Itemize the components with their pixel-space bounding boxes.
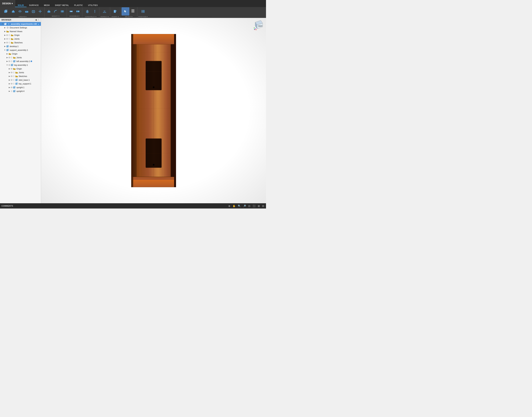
browser-item-joints3[interactable]: ▶Joints — [0, 71, 41, 74]
nav-cube[interactable]: RIGHT — [253, 20, 264, 31]
eye-origin3[interactable] — [10, 68, 13, 70]
eye-left-assembly[interactable] — [8, 60, 10, 63]
eye-origin[interactable] — [6, 34, 8, 36]
browser-item-left-assembly[interactable]: ▶left assembly:1 — [0, 59, 41, 63]
eye-sketches[interactable] — [6, 42, 8, 44]
tab-sheet_metal[interactable]: SHEET METAL — [52, 0, 71, 7]
eye-top-support[interactable] — [10, 83, 13, 85]
expand-upright4[interactable]: ▶ — [8, 90, 10, 92]
browser-item-origin2[interactable]: ▶Origin — [0, 52, 41, 56]
svg-point-71 — [11, 61, 12, 62]
browser-collapse-icon[interactable]: ◀ — [35, 19, 37, 21]
extrude-button[interactable] — [10, 8, 16, 15]
svg-rect-79 — [11, 64, 13, 66]
browser-item-doc-settings[interactable]: ▶Document Settings — [0, 26, 41, 30]
browser-item-sketches[interactable]: ▶Sketches — [0, 41, 41, 44]
browser-item-leg-assembly[interactable]: ▼leg assembly:1 — [0, 63, 41, 67]
type-icon-origin3 — [13, 67, 16, 70]
expand-origin3[interactable]: ▶ — [8, 68, 10, 70]
browser-item-top-support[interactable]: ▶top_support:1 — [0, 82, 41, 85]
eye-joints[interactable] — [6, 38, 8, 40]
ribbon-group-position: POSITION ▾ — [137, 7, 149, 18]
expand-joints2[interactable]: ▶ — [6, 56, 8, 59]
expand-leg-assembly[interactable]: ▼ — [6, 64, 8, 66]
position-button[interactable] — [139, 7, 147, 16]
browser-item-upright1[interactable]: ▶upright:1 — [0, 85, 41, 89]
measure-button[interactable] — [100, 7, 109, 16]
eye-sketches2[interactable] — [10, 75, 13, 77]
joint-button[interactable] — [68, 8, 74, 15]
browser-item-joints[interactable]: ▶Joints — [0, 37, 41, 41]
revolve-button[interactable] — [17, 8, 23, 15]
browser-more-icon[interactable]: ⋮ — [37, 19, 39, 21]
eye-joints3[interactable] — [10, 71, 13, 74]
select-option-button[interactable] — [130, 8, 136, 15]
expand-joints3[interactable]: ▶ — [8, 71, 10, 74]
tab-mesh[interactable]: MESH — [41, 0, 52, 7]
browser-item-upright4[interactable]: ▶upright:4 — [0, 89, 41, 93]
eye-leg-assembly[interactable] — [8, 64, 10, 66]
zoom-out-icon[interactable]: 🔎 — [243, 204, 246, 208]
label-doc-settings: Document Settings — [10, 27, 27, 29]
design-label: DESIGN — [2, 2, 11, 5]
browser-item-desktop1[interactable]: ▶desktop:1 — [0, 44, 41, 48]
orbit-control-icon[interactable]: ⊕ — [228, 204, 231, 208]
hole-button[interactable] — [23, 8, 30, 15]
root-item[interactable]: ▼ ● assembly experiments v32 ☁ — [0, 22, 41, 26]
zoom-control-icon[interactable]: 🔍 — [237, 204, 241, 208]
browser-item-sketches2[interactable]: ▶Sketches — [0, 74, 41, 78]
design-button[interactable]: DESIGN ▾ — [0, 0, 15, 7]
grid-icon[interactable]: ⊞ — [257, 204, 260, 208]
eye-joints2[interactable] — [8, 56, 10, 59]
expand-origin[interactable]: ▶ — [4, 34, 6, 36]
svg-point-47 — [9, 35, 10, 36]
view-options-icon[interactable]: ⊟ — [262, 204, 264, 208]
display-mode-icon[interactable]: ⬛ — [252, 204, 256, 208]
expand-sketches[interactable]: ▶ — [4, 42, 6, 44]
type-icon-sled-base — [15, 79, 18, 81]
svg-marker-29 — [94, 10, 95, 11]
select-button[interactable] — [121, 7, 129, 16]
tab-solid[interactable]: SOLID — [15, 0, 27, 7]
offset-plane-button[interactable] — [83, 7, 91, 16]
pan-control-icon[interactable]: ✋ — [232, 204, 236, 208]
expand-top-support[interactable]: ▶ — [8, 83, 10, 85]
expand-left-assembly[interactable]: ▶ — [6, 60, 8, 63]
expand-support-assembly[interactable]: ▼ — [4, 49, 6, 51]
viewport[interactable]: RIGHT — [41, 18, 266, 203]
browser-item-support-assembly[interactable]: ▼support_assembly:1 — [0, 48, 41, 52]
expand-doc-settings[interactable]: ▶ — [4, 27, 6, 29]
browser-item-named-views[interactable]: ▶Named Views — [0, 30, 41, 33]
shell-button[interactable] — [30, 8, 37, 15]
combine-button[interactable] — [59, 8, 66, 15]
expand-named-views[interactable]: ▶ — [4, 30, 6, 32]
press-pull-button[interactable] — [46, 8, 52, 15]
eye-sled-base[interactable] — [10, 79, 13, 81]
eye-upright1[interactable] — [10, 86, 13, 89]
tab-plastic[interactable]: PLASTIC — [72, 0, 85, 7]
browser-item-sled-base[interactable]: ▶sled_base:1 — [0, 78, 41, 82]
axis-button[interactable] — [92, 8, 98, 15]
expand-desktop1[interactable]: ▶ — [4, 45, 6, 47]
move-button[interactable] — [37, 8, 43, 15]
expand-sketches2[interactable]: ▶ — [8, 75, 10, 77]
fit-view-icon[interactable]: ⊡ — [248, 204, 251, 208]
tab-utilities[interactable]: UTILITIES — [85, 0, 100, 7]
svg-point-77 — [9, 65, 10, 65]
new-component-button[interactable]: + — [2, 7, 10, 16]
rigid-group-button[interactable] — [75, 8, 81, 15]
expand-origin2[interactable]: ▶ — [6, 53, 8, 55]
expand-upright1[interactable]: ▶ — [8, 86, 10, 89]
expand-joints[interactable]: ▶ — [4, 38, 6, 40]
select-icons — [121, 7, 136, 16]
browser-item-joints2[interactable]: ▶Joints — [0, 56, 41, 59]
fillet-button[interactable] — [52, 8, 59, 15]
browser-items-container: ▶Document Settings▶Named Views▶Origin▶Jo… — [0, 26, 41, 93]
insert-button[interactable] — [111, 7, 119, 16]
root-eye: ● — [8, 23, 10, 25]
browser-item-origin3[interactable]: ▶Origin — [0, 67, 41, 71]
expand-sled-base[interactable]: ▶ — [8, 79, 10, 81]
tab-surface[interactable]: SURFACE — [27, 0, 41, 7]
svg-marker-14 — [41, 11, 42, 12]
browser-item-origin[interactable]: ▶Origin — [0, 33, 41, 37]
